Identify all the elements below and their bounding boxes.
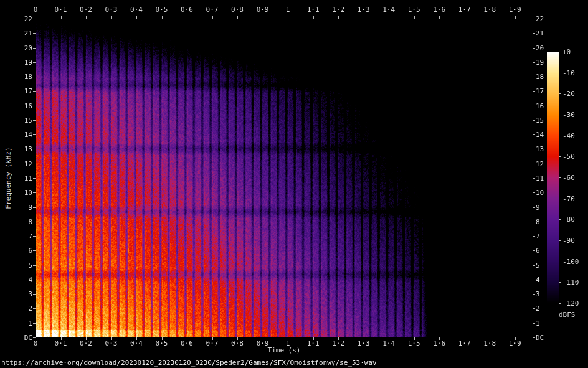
colorbar-tick-label: -40: [562, 132, 575, 139]
freq-tick-label-right: 10: [536, 189, 544, 196]
time-tick-label-bottom: 1·8: [483, 340, 496, 347]
time-tick-label-bottom: 1·6: [433, 340, 445, 347]
time-tick-label-top: 0·4: [130, 6, 143, 13]
colorbar-canvas: [547, 52, 559, 303]
colorbar-title: dBFS: [559, 311, 576, 319]
freq-tick-label-left: 10: [24, 189, 32, 196]
time-tick-label-top: 0·8: [231, 6, 244, 13]
time-tick-label-top: 0·3: [105, 6, 118, 13]
time-tick-label-top: 1·2: [332, 6, 344, 13]
freq-tick-label-right: 15: [536, 116, 544, 123]
freq-tick-label-left: 21: [24, 30, 32, 37]
freq-tick-label-left: DC: [24, 334, 32, 341]
freq-tick-label-right: 5: [536, 262, 540, 268]
time-tick-label-top: 1·5: [408, 6, 420, 13]
freq-tick-label-left: 18: [24, 73, 32, 80]
freq-tick-label-right: 4: [536, 276, 540, 283]
time-tick-label-top: 0·2: [80, 6, 92, 13]
frequency-axis-title: Frequency (kHz): [5, 147, 12, 209]
freq-tick-label-left: 9: [28, 204, 32, 210]
freq-tick-label-left: 8: [28, 218, 32, 225]
freq-tick-label-right: 2: [536, 305, 540, 312]
freq-tick-label-right: 13: [536, 146, 544, 153]
time-tick-label-top: 1: [286, 6, 290, 13]
time-tick-label-top: 0: [34, 6, 38, 13]
freq-tick-label-right: 6: [536, 247, 540, 254]
time-tick-label-top: 0·7: [206, 6, 219, 13]
freq-tick-label-right: 12: [536, 160, 544, 167]
freq-tick-label-right: 8: [536, 218, 540, 225]
time-tick-label-bottom: 1·2: [332, 340, 344, 347]
time-tick-label-top: 0·6: [181, 6, 193, 13]
time-tick-label-bottom: 1·7: [458, 340, 471, 347]
freq-tick-label-left: 7: [28, 233, 32, 240]
freq-tick-label-left: 19: [24, 59, 32, 65]
freq-tick-label-right: 7: [536, 233, 540, 240]
freq-tick-label-left: 5: [28, 262, 32, 268]
spectrogram-canvas: [36, 19, 533, 337]
freq-tick-label-left: 22: [24, 16, 32, 22]
freq-tick-label-right: 11: [536, 175, 544, 182]
time-tick-label-top: 0·5: [156, 6, 168, 13]
time-tick-label-bottom: 1·3: [358, 340, 370, 347]
freq-tick-label-left: 1: [28, 319, 32, 326]
spectrogram-page: Frequency (kHz) 000·10·10·20·20·30·30·40…: [0, 0, 588, 368]
time-tick-label-top: 1·1: [307, 6, 320, 13]
colorbar-tick-label: -20: [562, 90, 575, 97]
time-tick-label-bottom: 0·1: [55, 340, 67, 347]
freq-tick-label-right: 16: [536, 102, 544, 109]
freq-tick-label-left: 4: [28, 276, 32, 283]
time-tick-label-top: 0·1: [55, 6, 67, 13]
freq-tick-label-left: 14: [24, 131, 32, 138]
time-tick-label-bottom: 1·1: [307, 340, 320, 347]
freq-tick-label-right: 3: [536, 291, 540, 298]
time-tick-label-bottom: 0·6: [181, 340, 193, 347]
freq-tick-label-right: 1: [536, 319, 540, 326]
freq-tick-label-right: 14: [536, 131, 544, 138]
freq-tick-label-left: 12: [24, 160, 32, 167]
time-tick-label-top: 1·7: [458, 6, 471, 13]
freq-tick-label-right: 22: [536, 16, 544, 22]
freq-tick-label-left: 17: [24, 88, 32, 95]
time-tick-label-top: 1·8: [483, 6, 496, 13]
time-tick-label-bottom: 0·7: [206, 340, 219, 347]
colorbar-tick-label: -70: [562, 195, 575, 202]
time-tick-label-bottom: 0·2: [80, 340, 92, 347]
colorbar-tick-label: -30: [562, 111, 575, 118]
time-axis-title: Time (s): [268, 346, 301, 354]
time-tick-label-bottom: 0·3: [105, 340, 118, 347]
freq-tick-label-right: 18: [536, 73, 544, 80]
colorbar-tick-label: -80: [562, 216, 575, 223]
freq-tick-label-left: 2: [28, 305, 32, 312]
colorbar-tick-label: -10: [562, 69, 575, 76]
freq-tick-label-right: 21: [536, 30, 544, 37]
time-tick-label-bottom: 1·5: [408, 340, 420, 347]
freq-tick-label-left: 15: [24, 116, 32, 123]
colorbar-tick-label: -110: [562, 279, 579, 286]
source-url: https://archive·org/download/20230120_20…: [1, 359, 377, 367]
freq-tick-label-right: 17: [536, 88, 544, 95]
colorbar-tick-label: -90: [562, 237, 575, 244]
freq-tick-label-left: 3: [28, 291, 32, 298]
time-tick-label-top: 0·9: [257, 6, 269, 13]
freq-tick-label-left: 11: [24, 175, 32, 182]
time-tick-label-top: 1·9: [509, 6, 521, 13]
freq-tick-label-right: 9: [536, 204, 540, 210]
freq-tick-label-right: DC: [536, 334, 544, 341]
time-tick-label-bottom: 0: [34, 340, 38, 347]
time-tick-label-bottom: 0·5: [156, 340, 168, 347]
colorbar-tick-label: -120: [562, 300, 579, 307]
colorbar-tick-label: -60: [562, 174, 575, 181]
time-tick-label-bottom: 1·9: [509, 340, 521, 347]
time-tick-label-top: 1·3: [358, 6, 370, 13]
time-tick-label-bottom: 1·4: [382, 340, 395, 347]
freq-tick-label-right: 19: [536, 59, 544, 65]
colorbar-tick-label: -100: [562, 258, 579, 265]
colorbar-tick-label: +0: [562, 49, 571, 55]
freq-tick-label-left: 20: [24, 44, 32, 51]
colorbar-tick-label: -50: [562, 153, 575, 160]
freq-tick-label-right: 20: [536, 44, 544, 51]
freq-tick-label-left: 13: [24, 146, 32, 153]
freq-tick-label-left: 16: [24, 102, 32, 109]
freq-tick-label-left: 6: [28, 247, 32, 254]
